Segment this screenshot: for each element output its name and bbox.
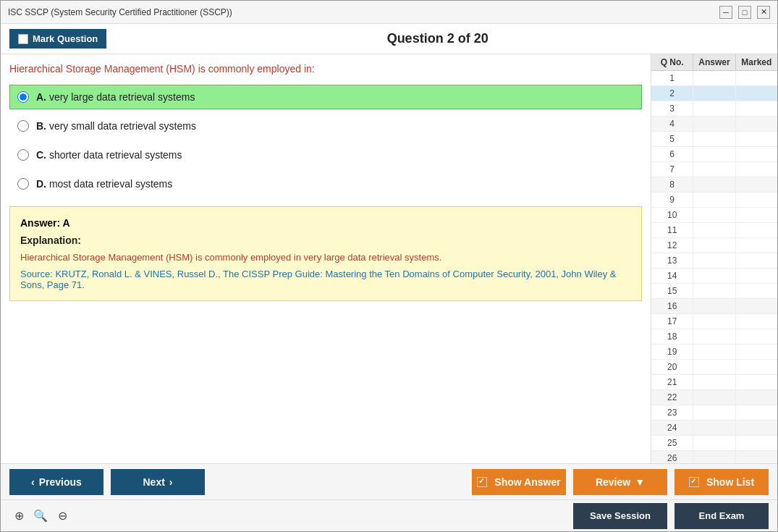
mark-question-button[interactable]: Mark Question <box>9 29 106 48</box>
sidebar-cell-num: 3 <box>651 101 693 116</box>
sidebar-row[interactable]: 8 <box>651 177 777 193</box>
sidebar-cell-marked <box>736 269 777 283</box>
show-list-button[interactable]: Show List <box>675 469 769 495</box>
sidebar-row[interactable]: 20 <box>651 360 777 375</box>
sidebar-cell-num: 1 <box>651 71 693 85</box>
sidebar-row[interactable]: 14 <box>651 269 777 284</box>
sidebar-row[interactable]: 5 <box>651 132 777 147</box>
sidebar-cell-answer <box>693 375 735 389</box>
sidebar-row[interactable]: 2 <box>651 86 777 101</box>
zoom-in-button[interactable]: ⊕ <box>9 507 28 525</box>
sidebar-row[interactable]: 22 <box>651 390 777 405</box>
sidebar-cell-marked <box>736 223 777 237</box>
zoom-reset-button[interactable]: 🔍 <box>31 507 50 525</box>
option-b-radio[interactable] <box>17 120 29 132</box>
sidebar-row[interactable]: 7 <box>651 162 777 177</box>
explanation-label: Explanation: <box>20 235 631 246</box>
option-c-radio[interactable] <box>17 149 29 161</box>
sidebar-row[interactable]: 18 <box>651 329 777 345</box>
sidebar-row[interactable]: 9 <box>651 193 777 208</box>
sidebar-cell-answer <box>693 223 735 237</box>
sidebar-cell-num: 11 <box>651 223 693 237</box>
sidebar-cell-num: 17 <box>651 314 693 329</box>
sidebar-row[interactable]: 10 <box>651 208 777 223</box>
sidebar-row[interactable]: 15 <box>651 284 777 299</box>
sidebar-cell-answer <box>693 345 735 359</box>
show-answer-label: Show Answer <box>494 476 560 488</box>
sidebar-cell-marked <box>736 375 777 389</box>
main-content: Hierarchical Storage Management (HSM) is… <box>1 54 777 463</box>
sidebar-row[interactable]: 16 <box>651 299 777 314</box>
minimize-button[interactable]: ─ <box>719 6 732 19</box>
sidebar-row[interactable]: 19 <box>651 345 777 360</box>
option-a[interactable]: A. very large data retrieval systems <box>9 85 642 109</box>
sidebar-row[interactable]: 13 <box>651 253 777 269</box>
sidebar-cell-answer <box>693 299 735 313</box>
sidebar-row[interactable]: 1 <box>651 71 777 86</box>
sidebar-cell-answer <box>693 360 735 374</box>
sidebar-cell-num: 20 <box>651 360 693 374</box>
maximize-button[interactable]: □ <box>738 6 751 19</box>
bottom-nav: ‹ Previous Next › Show Answer Review ▼ S… <box>1 463 777 499</box>
sidebar-cell-num: 22 <box>651 390 693 405</box>
sidebar-cell-answer <box>693 390 735 405</box>
sidebar-cell-marked <box>736 117 777 131</box>
option-b[interactable]: B. very small data retrieval systems <box>9 114 642 138</box>
zoom-out-button[interactable]: ⊖ <box>53 507 72 525</box>
mark-checkbox <box>18 34 28 44</box>
option-d[interactable]: D. most data retrieval systems <box>9 172 642 196</box>
sidebar-cell-marked <box>736 345 777 359</box>
sidebar-row[interactable]: 3 <box>651 101 777 117</box>
sidebar-cell-marked <box>736 451 777 463</box>
sidebar-row[interactable]: 6 <box>651 147 777 162</box>
sidebar-cell-answer <box>693 177 735 192</box>
option-d-radio[interactable] <box>17 178 29 190</box>
show-list-label: Show List <box>706 476 754 488</box>
sidebar-cell-answer <box>693 101 735 116</box>
end-exam-button[interactable]: End Exam <box>675 503 769 529</box>
sidebar-cell-num: 15 <box>651 284 693 298</box>
option-a-radio[interactable] <box>17 91 29 103</box>
sidebar-cell-num: 16 <box>651 299 693 313</box>
option-b-text: B. very small data retrieval systems <box>36 120 196 132</box>
sidebar-row[interactable]: 4 <box>651 117 777 132</box>
sidebar-row[interactable]: 25 <box>651 436 777 451</box>
question-area: Hierarchical Storage Management (HSM) is… <box>1 54 651 463</box>
save-session-button[interactable]: Save Session <box>573 503 667 529</box>
sidebar-cell-marked <box>736 177 777 192</box>
toolbar: Mark Question Question 2 of 20 <box>1 24 777 54</box>
sidebar-row[interactable]: 12 <box>651 238 777 253</box>
option-d-text: D. most data retrieval systems <box>36 178 172 190</box>
sidebar-row[interactable]: 23 <box>651 405 777 421</box>
sidebar-row[interactable]: 24 <box>651 421 777 436</box>
review-button[interactable]: Review ▼ <box>573 469 667 495</box>
sidebar-cell-num: 2 <box>651 86 693 101</box>
previous-button[interactable]: ‹ Previous <box>9 469 103 495</box>
next-button[interactable]: Next › <box>111 469 205 495</box>
sidebar-cell-answer <box>693 238 735 253</box>
sidebar-row[interactable]: 11 <box>651 223 777 238</box>
window-controls: ─ □ ✕ <box>719 6 770 19</box>
sidebar-cell-marked <box>736 86 777 101</box>
sidebar-row[interactable]: 17 <box>651 314 777 329</box>
next-arrow-icon: › <box>169 476 173 488</box>
close-button[interactable]: ✕ <box>757 6 770 19</box>
option-c[interactable]: C. shorter data retrieval systems <box>9 143 642 167</box>
sidebar-cell-marked <box>736 405 777 420</box>
sidebar-row[interactable]: 26 <box>651 451 777 463</box>
sidebar-cell-marked <box>736 284 777 298</box>
sidebar-cell-marked <box>736 314 777 329</box>
question-header: Question 2 of 20 <box>106 31 769 46</box>
main-window: ISC SSCP (System Security Certified Prac… <box>0 0 778 532</box>
sidebar-col-qno: Q No. <box>651 54 693 70</box>
window-title: ISC SSCP (System Security Certified Prac… <box>8 7 232 17</box>
sidebar-cell-answer <box>693 269 735 283</box>
sidebar-cell-marked <box>736 360 777 374</box>
sidebar-cell-answer <box>693 193 735 207</box>
sidebar-row[interactable]: 21 <box>651 375 777 390</box>
sidebar-cell-marked <box>736 208 777 222</box>
sidebar-cell-marked <box>736 162 777 177</box>
show-answer-button[interactable]: Show Answer <box>472 469 566 495</box>
sidebar-rows: 1 2 3 4 5 6 7 8 <box>651 71 777 463</box>
sidebar-cell-num: 23 <box>651 405 693 420</box>
